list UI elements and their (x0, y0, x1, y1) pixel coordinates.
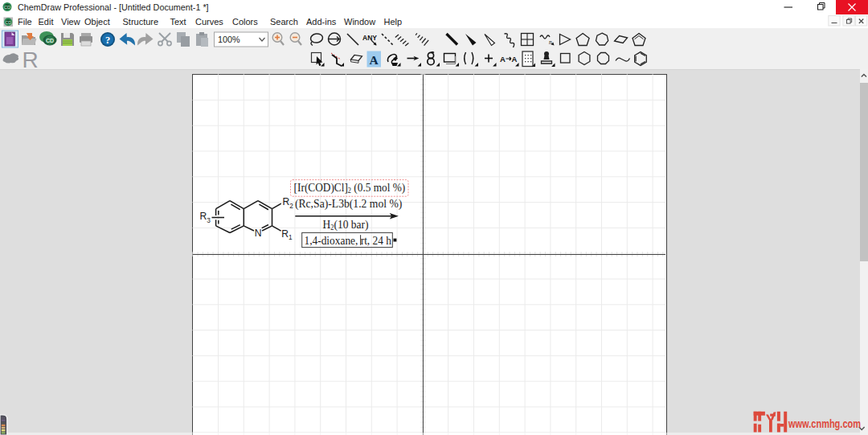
svg-text:www.cnmhg.com: www.cnmhg.com (788, 417, 861, 430)
